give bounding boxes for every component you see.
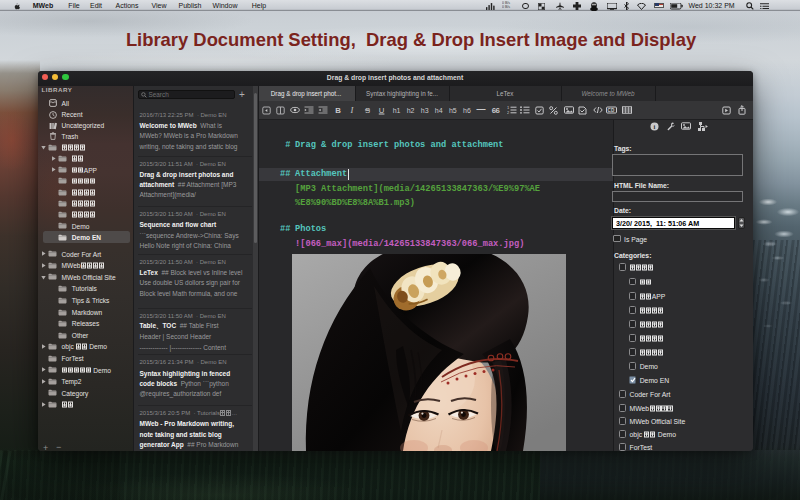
svg-text:i: i (653, 123, 655, 130)
svg-text:2: 2 (507, 110, 510, 114)
svg-text:CD: CD (608, 108, 615, 113)
